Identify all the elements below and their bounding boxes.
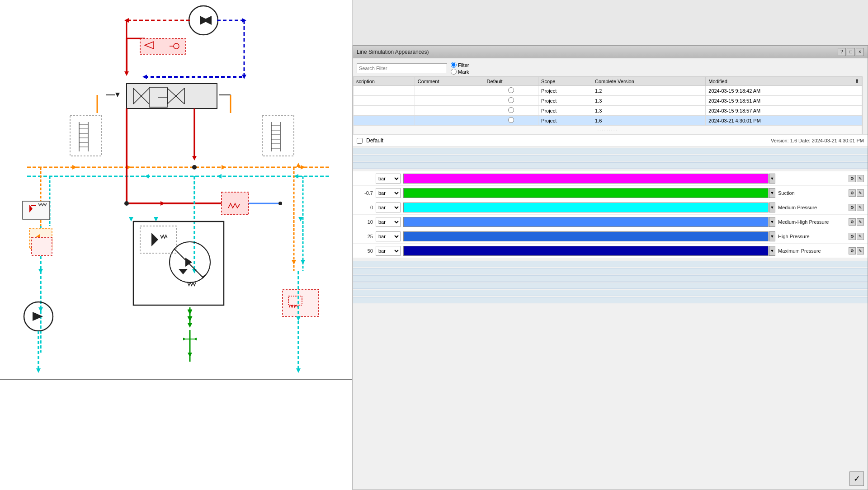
color-bar-arrow-magenta[interactable]: ▼: [769, 174, 775, 184]
svg-rect-106: [288, 296, 302, 305]
edit-btn-1-4[interactable]: ⚙: [849, 247, 856, 254]
search-input[interactable]: [357, 63, 447, 73]
pressure-value-2: 10: [357, 219, 373, 225]
data-table-container: scription Comment Default Scope Complete…: [353, 76, 868, 134]
pressure-label-4: Maximum Pressure: [778, 248, 846, 254]
cell-default[interactable]: [484, 116, 538, 126]
spacer-2: [353, 155, 868, 161]
color-bar-arrow-3[interactable]: ▼: [769, 231, 775, 241]
cell-default[interactable]: [484, 96, 538, 106]
edit-btn-2-1[interactable]: ✎: [857, 204, 864, 211]
close-button[interactable]: ×: [856, 48, 864, 56]
spacer-3: [353, 162, 868, 169]
unit-select-3[interactable]: bar: [376, 231, 401, 241]
cell-modified: 2024-03-15 9:18:57 AM: [706, 106, 852, 116]
filter-label: Filter: [458, 62, 469, 68]
edit-btn-1-0[interactable]: ⚙: [849, 189, 856, 197]
search-row: Filter Mark: [353, 60, 868, 76]
edit-btns-2: ⚙ ✎: [849, 218, 864, 226]
color-bar-arrow-1[interactable]: ▼: [769, 203, 775, 212]
pressure-section: bar ▼ ⚙ ✎ -0.7 bar: [353, 170, 868, 260]
mark-radio-item[interactable]: Mark: [451, 69, 469, 75]
cell-extra: [852, 86, 862, 96]
edit-btn-1-1[interactable]: ⚙: [849, 204, 856, 211]
svg-point-75: [278, 202, 282, 205]
unit-select-0[interactable]: bar: [376, 188, 401, 198]
confirm-button[interactable]: ✓: [849, 471, 864, 486]
color-bar-0: [403, 188, 769, 198]
table-row[interactable]: Project 1.3 2024-03-15 9:18:57 AM: [354, 106, 862, 116]
table-main: scription Comment Default Scope Complete…: [353, 76, 862, 134]
default-row: Default Version: 1.6 Date: 2024-03-21 4:…: [353, 134, 868, 147]
cell-modified: 2024-03-21 4:30:01 PM: [706, 116, 852, 126]
filter-radio[interactable]: [451, 62, 457, 68]
edit-btn-2-magenta[interactable]: ✎: [857, 175, 864, 182]
dotted-separator-row: ·········: [354, 126, 862, 134]
cell-version: 1.3: [592, 106, 705, 116]
stripe-4: [353, 283, 868, 289]
filter-options: Filter Mark: [451, 62, 469, 75]
panel-titlebar: Line Simulation Appearances) ? □ ×: [353, 46, 868, 58]
cell-modified: 2024-03-15 9:18:51 AM: [706, 96, 852, 106]
edit-btn-2-0[interactable]: ✎: [857, 189, 864, 197]
stripe-3: [353, 275, 868, 282]
edit-btn-1-3[interactable]: ⚙: [849, 233, 856, 240]
color-bar-container-3: ▼: [403, 231, 775, 241]
col-sort[interactable]: ⬆: [852, 77, 862, 86]
cell-default[interactable]: [484, 106, 538, 116]
color-bar-container-4: ▼: [403, 246, 775, 256]
col-description: scription: [354, 77, 415, 86]
cell-scope: Project: [538, 106, 592, 116]
table-row[interactable]: Project 1.3 2024-03-15 9:18:51 AM: [354, 96, 862, 106]
color-bar-4: [403, 246, 769, 256]
diagram-area: [0, 0, 353, 490]
col-comment: Comment: [415, 77, 484, 86]
unit-select-1[interactable]: bar: [376, 203, 401, 212]
cell-description: [354, 116, 415, 126]
edit-btn-2-3[interactable]: ✎: [857, 233, 864, 240]
color-bar-2: [403, 217, 769, 227]
color-bar-container-0: ▼: [403, 188, 775, 198]
color-bar-container-1: ▼: [403, 203, 775, 212]
pressure-label-0: Suction: [778, 190, 846, 196]
color-bar-magenta: [403, 174, 769, 184]
cell-description: [354, 106, 415, 116]
cell-default[interactable]: [484, 86, 538, 96]
table-row[interactable]: Project 1.6 2024-03-21 4:30:01 PM: [354, 116, 862, 126]
stripe-1: [353, 261, 868, 267]
svg-point-79: [192, 165, 197, 170]
default-checkbox[interactable]: [357, 138, 363, 144]
unit-select-magenta[interactable]: bar: [376, 174, 401, 184]
pressure-rows-container: -0.7 bar ▼ Suction ⚙ ✎ 0 bar ▼ Medium Pr…: [353, 186, 868, 258]
color-bar-container-2: ▼: [403, 217, 775, 227]
table-row[interactable]: Project 1.2 2024-03-15 9:18:42 AM: [354, 86, 862, 96]
mark-radio[interactable]: [451, 69, 457, 75]
table-scrollbar[interactable]: [862, 76, 868, 134]
pressure-value-4: 50: [357, 248, 373, 254]
color-bar-arrow-4[interactable]: ▼: [769, 246, 775, 256]
filter-radio-item[interactable]: Filter: [451, 62, 469, 68]
unit-select-4[interactable]: bar: [376, 246, 401, 256]
color-bar-arrow-0[interactable]: ▼: [769, 188, 775, 198]
color-bar-arrow-2[interactable]: ▼: [769, 217, 775, 227]
pressure-label-3: High Pressure: [778, 234, 846, 239]
maximize-button[interactable]: □: [847, 48, 855, 56]
edit-btn-1-magenta[interactable]: ⚙: [849, 175, 856, 182]
cell-scope: Project: [538, 86, 592, 96]
edit-btn-1-2[interactable]: ⚙: [849, 218, 856, 226]
cell-version: 1.3: [592, 96, 705, 106]
cell-version: 1.6: [592, 116, 705, 126]
help-button[interactable]: ?: [838, 48, 846, 56]
edit-btns-1: ⚙ ✎: [849, 204, 864, 211]
cell-modified: 2024-03-15 9:18:42 AM: [706, 86, 852, 96]
edit-btn-2-4[interactable]: ✎: [857, 247, 864, 254]
pressure-label-2: Medium-High Pressure: [778, 219, 846, 225]
edit-btns-0: ⚙ ✎: [849, 189, 864, 197]
version-info: Version: 1.6 Date: 2024-03-21 4:30:01 PM: [771, 138, 864, 143]
panel-area: Line Simulation Appearances) ? □ × Filte…: [353, 0, 868, 490]
edit-btn-2-2[interactable]: ✎: [857, 218, 864, 226]
unit-select-2[interactable]: bar: [376, 217, 401, 227]
svg-rect-20: [127, 84, 217, 108]
pressure-row-magenta: bar ▼ ⚙ ✎: [353, 171, 868, 186]
versions-table: scription Comment Default Scope Complete…: [353, 76, 862, 134]
